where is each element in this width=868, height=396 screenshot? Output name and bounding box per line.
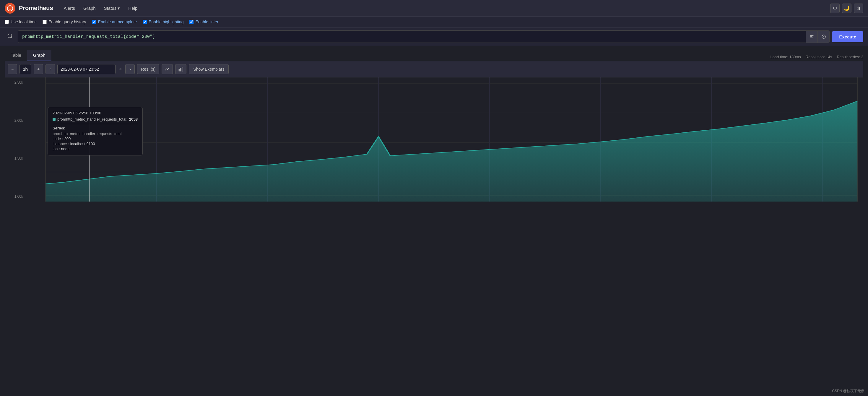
tab-meta: Load time: 180ms Resolution: 14s Result … xyxy=(770,55,863,61)
datetime-input[interactable]: 2023-02-09 07:23:52 xyxy=(57,64,116,74)
brand: Prometheus xyxy=(5,3,53,13)
tab-row: Table Graph Load time: 180ms Resolution:… xyxy=(5,50,863,61)
enable-autocomplete-label[interactable]: Enable autocomplete xyxy=(92,20,137,24)
contrast-button[interactable]: ◑ xyxy=(854,4,863,13)
nav-graph[interactable]: Graph xyxy=(80,4,99,12)
watermark: CSDN @彼夜了无痕 xyxy=(832,389,864,394)
search-bar: promhttp_metric_handler_requests_total{c… xyxy=(0,28,868,46)
tooltip-time: 2023-02-09 06:25:58 +00:00 xyxy=(53,111,138,115)
datetime-clear-button[interactable]: × xyxy=(118,66,123,72)
duration-display: 1h xyxy=(20,64,31,74)
execute-button[interactable]: Execute xyxy=(832,31,863,42)
graph-controls: − 1h + ‹ 2023-02-09 07:23:52 × › Res. (s… xyxy=(5,61,863,78)
nav-status[interactable]: Status ▾ xyxy=(100,4,124,13)
chart-tooltip: 2023-02-09 06:25:58 +00:00 promhttp_metr… xyxy=(48,107,143,155)
use-local-time-checkbox[interactable] xyxy=(5,20,9,24)
enable-query-history-label[interactable]: Enable query history xyxy=(42,20,86,24)
svg-rect-5 xyxy=(182,67,183,71)
line-chart-button[interactable] xyxy=(162,64,173,74)
tab-table[interactable]: Table xyxy=(5,50,27,61)
enable-query-history-text: Enable query history xyxy=(49,20,86,24)
dark-mode-button[interactable]: 🌙 xyxy=(842,4,851,13)
svg-rect-3 xyxy=(179,69,180,71)
tooltip-series-row: promhttp_metric_handler_requests_total: … xyxy=(53,117,138,121)
tooltip-label-metric-key: promhttp_metric_handler_requests_total xyxy=(53,131,121,136)
tooltip-color-dot xyxy=(53,118,56,121)
nav-links: Alerts Graph Status ▾ Help xyxy=(60,4,141,13)
tooltip-label-job: job : node xyxy=(53,147,138,151)
chart-container: 2.50k 2.00k 1.50k 1.00k xyxy=(5,78,863,202)
result-series: Result series: 2 xyxy=(837,55,863,59)
tooltip-label-instance-key: instance xyxy=(53,142,67,146)
tooltip-value: 2058 xyxy=(129,117,138,121)
tooltip-label-code: code : 200 xyxy=(53,136,138,141)
chart-area-fill xyxy=(45,101,857,202)
main-content: Table Graph Load time: 180ms Resolution:… xyxy=(0,46,868,205)
tooltip-label-job-val: : node xyxy=(59,147,69,151)
nav-alerts[interactable]: Alerts xyxy=(60,4,79,12)
navbar: Prometheus Alerts Graph Status ▾ Help ⚙ … xyxy=(0,0,868,17)
tooltip-label-instance-val: : localhost:9100 xyxy=(68,142,95,146)
enable-autocomplete-checkbox[interactable] xyxy=(92,20,96,24)
resolution: Resolution: 14s xyxy=(806,55,832,59)
settings-bar: Use local time Enable query history Enab… xyxy=(0,17,868,28)
query-metrics-button[interactable] xyxy=(817,31,829,42)
brand-name: Prometheus xyxy=(19,5,53,11)
navbar-right: ⚙ 🌙 ◑ xyxy=(830,4,863,13)
tooltip-series-name: promhttp_metric_handler_requests_total: xyxy=(57,117,127,121)
use-local-time-label[interactable]: Use local time xyxy=(5,20,37,24)
enable-highlighting-text: Enable highlighting xyxy=(149,20,183,24)
tooltip-label-instance: instance : localhost:9100 xyxy=(53,142,138,146)
svg-rect-4 xyxy=(181,68,181,71)
tooltip-label-job-key: job xyxy=(53,147,58,151)
enable-highlighting-label[interactable]: Enable highlighting xyxy=(143,20,183,24)
time-prev-button[interactable]: ‹ xyxy=(45,64,55,74)
tooltip-divider xyxy=(53,124,138,124)
tooltip-section-title: Series: xyxy=(53,126,138,130)
duration-minus-button[interactable]: − xyxy=(8,64,17,74)
bar-chart-button[interactable] xyxy=(175,64,186,74)
svg-point-1 xyxy=(8,34,12,37)
tooltip-label-code-val: : 200 xyxy=(62,136,71,141)
query-format-button[interactable] xyxy=(806,31,817,42)
tabs: Table Graph xyxy=(5,50,52,61)
settings-button[interactable]: ⚙ xyxy=(830,4,840,13)
duration-plus-button[interactable]: + xyxy=(34,64,43,74)
enable-autocomplete-text: Enable autocomplete xyxy=(98,20,137,24)
query-input[interactable]: promhttp_metric_handler_requests_total{c… xyxy=(18,31,806,42)
query-input-wrap: promhttp_metric_handler_requests_total{c… xyxy=(18,30,830,43)
use-local-time-text: Use local time xyxy=(11,20,37,24)
load-time: Load time: 180ms xyxy=(770,55,801,59)
resolution-button[interactable]: Res. (s) xyxy=(137,64,159,74)
time-next-button[interactable]: › xyxy=(125,64,135,74)
search-icon xyxy=(5,33,16,40)
enable-query-history-checkbox[interactable] xyxy=(42,20,47,24)
enable-linter-text: Enable linter xyxy=(195,20,218,24)
tab-graph[interactable]: Graph xyxy=(27,50,52,61)
show-exemplars-button[interactable]: Show Exemplars xyxy=(189,64,229,74)
enable-highlighting-checkbox[interactable] xyxy=(143,20,147,24)
enable-linter-checkbox[interactable] xyxy=(189,20,193,24)
enable-linter-label[interactable]: Enable linter xyxy=(189,20,218,24)
brand-icon xyxy=(5,3,16,13)
nav-help[interactable]: Help xyxy=(125,4,141,12)
tooltip-label-code-key: code xyxy=(53,136,61,141)
tooltip-label-metric: promhttp_metric_handler_requests_total xyxy=(53,131,138,136)
